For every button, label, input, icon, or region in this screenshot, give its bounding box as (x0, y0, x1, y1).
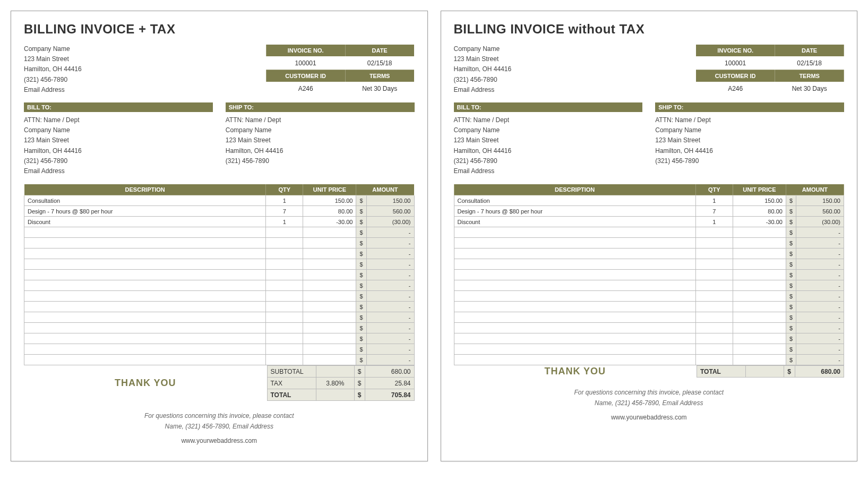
cell-amt-val: - (796, 270, 844, 280)
cell-desc (454, 291, 695, 302)
cell-qty (695, 238, 733, 248)
cell-amt-val: - (796, 302, 844, 312)
cell-amt-sym: $ (356, 333, 366, 344)
summary-area: THANK YOUTOTAL$680.00 (454, 365, 845, 378)
footer-web: www.yourwebaddress.com (24, 435, 415, 446)
item-row-blank: $- (454, 355, 844, 365)
summary-val: 680.00 (365, 366, 414, 378)
item-row-blank: $- (454, 323, 844, 333)
cell-unit (733, 280, 786, 291)
shipto-line: Hamilton, OH 44416 (655, 146, 844, 156)
summary-mid (316, 389, 354, 401)
cell-amt-sym: $ (356, 248, 366, 259)
item-row: Design - 7 hours @ $80 per hour780.00$56… (24, 206, 415, 217)
company-line: 123 Main Street (24, 54, 82, 64)
cell-desc (454, 270, 695, 280)
cell-desc (24, 280, 266, 291)
meta-h2a: CUSTOMER ID (696, 70, 775, 82)
shipto-line: (321) 456-7890 (655, 156, 844, 166)
shipto-line: ATTN: Name / Dept (226, 115, 415, 125)
cell-qty (266, 259, 303, 270)
meta-v1a: 100001 (696, 56, 775, 70)
item-row-blank: $- (454, 344, 844, 355)
cell-amt-sym: $ (786, 323, 796, 333)
cell-amt-val: - (366, 323, 414, 333)
meta-h2b: TERMS (775, 70, 844, 82)
item-row-blank: $- (24, 302, 415, 312)
summary-val: 25.84 (365, 378, 414, 389)
item-row-blank: $- (454, 238, 844, 248)
cell-amt-val: - (796, 355, 844, 365)
cell-unit (303, 323, 356, 333)
item-row-blank: $- (24, 238, 415, 248)
cell-amt-sym: $ (786, 355, 796, 365)
cell-unit (303, 302, 356, 312)
cell-amt-sym: $ (356, 355, 366, 365)
cell-amt-sym: $ (786, 280, 796, 291)
meta-v2a: A246 (696, 82, 775, 95)
cell-amt-sym: $ (356, 323, 366, 333)
billto-body: ATTN: Name / DeptCompany Name123 Main St… (454, 112, 643, 176)
cell-amt-sym: $ (356, 344, 366, 355)
cell-amt-val: 150.00 (366, 195, 414, 206)
cell-amt-sym: $ (786, 344, 796, 355)
cell-amt-val: 560.00 (796, 206, 844, 217)
cell-amt-val: - (796, 312, 844, 323)
thank-you: THANK YOU (24, 378, 267, 389)
billto-header: BILL TO: (454, 102, 643, 112)
cell-amt-val: - (366, 312, 414, 323)
meta-h2a: CUSTOMER ID (266, 70, 345, 82)
summary-mid (316, 366, 354, 378)
cell-desc (24, 248, 266, 259)
cell-qty (695, 302, 733, 312)
cell-qty (266, 270, 303, 280)
item-row-blank: $- (24, 248, 415, 259)
cell-desc (454, 259, 695, 270)
cell-amt-sym: $ (786, 333, 796, 344)
cell-unit (303, 312, 356, 323)
shipto-body: ATTN: Name / DeptCompany Name123 Main St… (655, 112, 844, 166)
cell-desc (454, 312, 695, 323)
cell-unit (303, 280, 356, 291)
invoice-title: BILLING INVOICE without TAX (454, 22, 845, 37)
cell-desc (454, 302, 695, 312)
cell-desc (454, 355, 695, 365)
cell-qty (266, 333, 303, 344)
cell-amt-sym: $ (786, 270, 796, 280)
shipto-line: 123 Main Street (226, 135, 415, 145)
cell-amt-sym: $ (356, 259, 366, 270)
cell-unit (303, 355, 356, 365)
cell-qty (266, 344, 303, 355)
cell-qty: 1 (695, 217, 733, 227)
cell-amt-val: (30.00) (366, 217, 414, 227)
summary-sym: $ (354, 378, 365, 389)
cell-desc (454, 323, 695, 333)
cell-amt-val: - (366, 227, 414, 238)
cell-desc (24, 227, 266, 238)
cell-amt-sym: $ (786, 259, 796, 270)
cell-desc (454, 227, 695, 238)
cell-unit (733, 333, 786, 344)
th-unit: UNIT PRICE (303, 184, 356, 195)
billto-line: 123 Main Street (454, 135, 643, 145)
cell-qty (695, 355, 733, 365)
cell-amt-sym: $ (786, 248, 796, 259)
company-line: (321) 456-7890 (24, 75, 82, 85)
meta-v2b: Net 30 Days (345, 82, 414, 95)
cell-unit: 80.00 (303, 206, 356, 217)
shipto-header: SHIP TO: (655, 102, 844, 112)
cell-qty (695, 333, 733, 344)
cell-amt-sym: $ (786, 302, 796, 312)
shipto-section: SHIP TO:ATTN: Name / DeptCompany Name123… (226, 102, 415, 176)
invoice-title: BILLING INVOICE + TAX (24, 22, 415, 37)
cell-qty (695, 280, 733, 291)
item-row-blank: $- (454, 259, 844, 270)
company-line: Company Name (454, 44, 512, 54)
item-row-blank: $- (24, 259, 415, 270)
cell-amt-val: - (796, 291, 844, 302)
company-line: Company Name (24, 44, 82, 54)
cell-amt-sym: $ (786, 206, 796, 217)
item-row-blank: $- (24, 344, 415, 355)
cell-unit (733, 291, 786, 302)
billto-line: Email Address (454, 166, 643, 176)
